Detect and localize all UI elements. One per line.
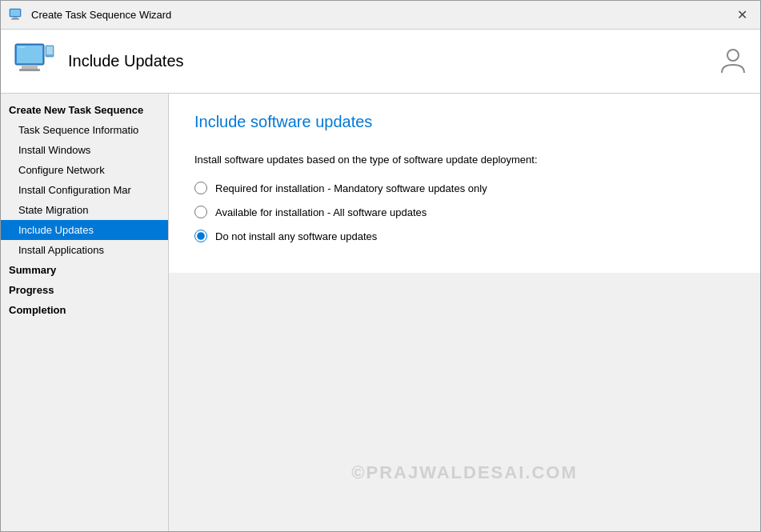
sidebar-item-completion[interactable]: Completion (1, 300, 168, 320)
svg-rect-5 (17, 46, 42, 63)
sidebar-item-install-config-mgr[interactable]: Install Configuration Mar (1, 180, 168, 200)
svg-rect-1 (10, 10, 20, 16)
header-computer-icon (14, 41, 55, 82)
main-wrapper: Include software updates Install softwar… (169, 94, 760, 531)
radio-label-none: Do not install any software updates (215, 230, 377, 242)
header-title: Include Updates (68, 52, 184, 70)
sidebar-item-install-windows[interactable]: Install Windows (1, 140, 168, 160)
window-title: Create Task Sequence Wizard (31, 9, 171, 21)
sidebar-item-summary[interactable]: Summary (1, 260, 168, 280)
main-panel-title: Include software updates (194, 113, 735, 131)
title-bar-left: Create Task Sequence Wizard (9, 7, 171, 23)
header-left: Include Updates (14, 41, 184, 82)
radio-option-required[interactable]: Required for installation - Mandatory so… (194, 182, 735, 194)
main-panel: Include software updates Install softwar… (169, 94, 760, 273)
svg-rect-6 (22, 65, 38, 69)
svg-rect-3 (11, 18, 19, 20)
radio-input-available[interactable] (194, 206, 207, 218)
svg-point-11 (727, 50, 739, 61)
svg-rect-7 (19, 69, 40, 71)
watermark: ©PRAJWALDESAI.COM (351, 462, 577, 483)
radio-group: Required for installation - Mandatory so… (194, 182, 735, 242)
svg-rect-2 (13, 17, 18, 18)
radio-label-available: Available for installation - All softwar… (215, 206, 427, 218)
sidebar-item-install-apps[interactable]: Install Applications (1, 240, 168, 260)
svg-rect-10 (46, 46, 53, 54)
window-icon (9, 7, 25, 23)
close-button[interactable]: ✕ (732, 6, 752, 24)
sidebar-item-include-updates[interactable]: Include Updates (1, 220, 168, 240)
sidebar-item-progress[interactable]: Progress (1, 280, 168, 300)
sidebar-item-configure-network[interactable]: Configure Network (1, 160, 168, 180)
description-text: Install software updates based on the ty… (194, 154, 735, 166)
sidebar: Create New Task SequenceTask Sequence In… (1, 94, 169, 531)
sidebar-item-task-seq-info[interactable]: Task Sequence Informatio (1, 120, 168, 140)
radio-option-none[interactable]: Do not install any software updates (194, 230, 735, 242)
radio-label-required: Required for installation - Mandatory so… (215, 182, 487, 194)
sidebar-item-create-new[interactable]: Create New Task Sequence (1, 100, 168, 120)
main-window: Create Task Sequence Wizard ✕ Include Up… (0, 0, 761, 532)
user-icon (719, 46, 747, 78)
radio-option-available[interactable]: Available for installation - All softwar… (194, 206, 735, 218)
radio-input-none[interactable] (194, 230, 207, 242)
content-area: Create New Task SequenceTask Sequence In… (1, 94, 760, 531)
header-area: Include Updates (1, 30, 760, 94)
radio-input-required[interactable] (194, 182, 207, 194)
sidebar-item-state-migration[interactable]: State Migration (1, 200, 168, 220)
title-bar: Create Task Sequence Wizard ✕ (1, 1, 760, 30)
